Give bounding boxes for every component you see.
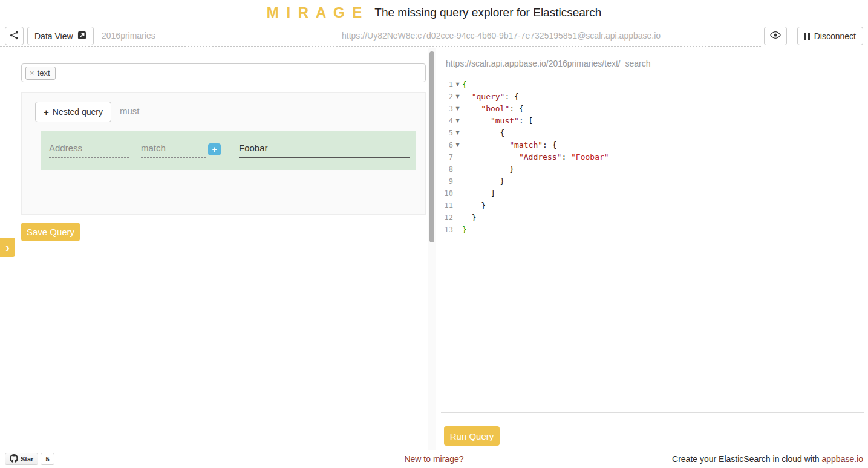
code-text: { <box>462 79 467 91</box>
code-text: ] <box>462 187 495 200</box>
field-select[interactable]: Address <box>49 143 129 158</box>
value-input[interactable]: Foobar <box>239 143 410 158</box>
type-tag-label: text <box>38 68 50 77</box>
code-line: 6▼ "match": { <box>441 139 864 151</box>
code-text: } <box>462 200 486 212</box>
pause-icon <box>804 33 810 40</box>
code-line: 11▼ } <box>441 200 864 212</box>
mirage-logo: M I R A G E <box>267 4 364 21</box>
chevron-right-icon: › <box>5 241 10 255</box>
code-text: "query": { <box>462 91 519 103</box>
types-input[interactable]: × text <box>21 63 426 82</box>
disconnect-label: Disconnect <box>814 31 856 41</box>
type-tag[interactable]: × text <box>25 67 56 80</box>
line-number: 5 <box>441 127 453 139</box>
fold-arrow-icon[interactable]: ▼ <box>453 91 462 103</box>
open-data-view-icon <box>77 31 86 42</box>
code-line: 13▼} <box>441 224 864 236</box>
star-label: Star <box>21 455 33 463</box>
remove-tag-icon[interactable]: × <box>30 68 34 77</box>
line-number: 1 <box>441 79 453 91</box>
code-text: "match": { <box>462 139 557 151</box>
line-number: 13 <box>441 224 453 236</box>
github-star-button[interactable]: Star <box>5 453 38 465</box>
operator-select[interactable]: match <box>141 143 206 158</box>
fold-arrow-icon[interactable]: ▼ <box>453 115 462 127</box>
line-number: 8 <box>441 163 453 175</box>
preview-divider <box>442 74 868 74</box>
line-number: 9 <box>441 175 453 187</box>
fold-arrow-icon[interactable]: ▼ <box>453 139 462 151</box>
line-number: 3 <box>441 103 453 115</box>
disconnect-button[interactable]: Disconnect <box>797 27 863 45</box>
code-text: } <box>462 224 467 236</box>
data-view-label: Data View <box>34 31 73 41</box>
code-text: } <box>462 175 504 187</box>
share-button[interactable] <box>5 27 24 45</box>
code-line: 7▼ "Address": "Foobar" <box>441 151 864 163</box>
query-condition-row: Address match + Foobar <box>41 131 416 170</box>
code-text: "bool": { <box>462 103 524 115</box>
code-text: } <box>462 163 514 175</box>
scrollbar-thumb[interactable] <box>429 51 434 242</box>
line-number: 2 <box>441 91 453 103</box>
new-to-mirage-link[interactable]: New to mirage? <box>404 454 463 464</box>
mirage-app: M I R A G E The missing query explorer f… <box>0 0 868 468</box>
plus-icon: + <box>44 107 49 117</box>
toolbar: Data View 2016primaries https://Uy82NeW8… <box>0 25 868 48</box>
github-icon <box>10 454 18 464</box>
github-star-widget: Star 5 <box>5 453 54 465</box>
query-builder-card: + Nested query must Address match + Foob… <box>21 92 426 215</box>
line-number: 6 <box>441 139 453 151</box>
app-tagline: The missing query explorer for Elasticse… <box>374 6 601 19</box>
code-line: 4▼ "must": [ <box>441 115 864 127</box>
index-name-field[interactable]: 2016primaries <box>102 31 155 41</box>
code-text: } <box>462 212 476 224</box>
appbase-link[interactable]: appbase.io <box>821 454 863 464</box>
code-line: 8▼ } <box>441 163 864 175</box>
cloud-promo-text: Create your ElasticSearch in cloud with <box>672 454 820 464</box>
app-header: M I R A G E The missing query explorer f… <box>0 0 868 25</box>
line-number: 4 <box>441 115 453 127</box>
code-line: 1▼{ <box>441 79 864 91</box>
line-number: 11 <box>441 200 453 212</box>
json-editor[interactable]: 1▼{2▼ "query": {3▼ "bool": {4▼ "must": [… <box>441 79 864 413</box>
github-star-count[interactable]: 5 <box>41 453 54 465</box>
save-query-button[interactable]: Save Query <box>21 223 80 241</box>
eye-icon <box>769 31 782 41</box>
code-line: 12▼ } <box>441 212 864 224</box>
fold-arrow-icon[interactable]: ▼ <box>453 79 462 91</box>
code-text: { <box>462 127 504 139</box>
bool-clause-select[interactable]: must <box>120 106 258 122</box>
code-line: 3▼ "bool": { <box>441 103 864 115</box>
nested-query-label: Nested query <box>53 107 103 117</box>
line-number: 10 <box>441 187 453 200</box>
cloud-promo: Create your ElasticSearch in cloud with … <box>672 454 863 464</box>
fold-arrow-icon[interactable]: ▼ <box>453 103 462 115</box>
code-line: 10▼ ] <box>441 187 864 200</box>
code-text: "Address": "Foobar" <box>462 151 609 163</box>
scrollbar[interactable] <box>428 48 436 450</box>
query-preview-panel: https://scalr.api.appbase.io/2016primari… <box>436 48 868 450</box>
preview-toggle-button[interactable] <box>764 27 787 45</box>
line-number: 12 <box>441 212 453 224</box>
share-icon <box>10 31 19 42</box>
data-view-button[interactable]: Data View <box>27 27 94 45</box>
run-query-button[interactable]: Run Query <box>444 426 500 446</box>
expand-panel-tab[interactable]: › <box>0 238 15 257</box>
connection-url-field[interactable]: https://Uy82NeW8e:c7d02cce-94cc-4b60-9b1… <box>342 31 661 41</box>
fold-arrow-icon[interactable]: ▼ <box>453 127 462 139</box>
code-line: 5▼ { <box>441 127 864 139</box>
request-url: https://scalr.api.appbase.io/2016primari… <box>446 59 651 68</box>
code-text: "must": [ <box>462 115 533 127</box>
query-builder-panel: × text + Nested query must Address match… <box>0 48 428 450</box>
toolbar-divider <box>0 46 761 47</box>
code-line: 9▼ } <box>441 175 864 187</box>
code-line: 2▼ "query": { <box>441 91 864 103</box>
add-condition-button[interactable]: + <box>208 143 221 155</box>
footer: Star 5 New to mirage? Create your Elasti… <box>0 450 868 468</box>
bool-clause-label: must <box>120 106 140 116</box>
line-number: 7 <box>441 151 453 163</box>
nested-query-button[interactable]: + Nested query <box>35 102 111 122</box>
